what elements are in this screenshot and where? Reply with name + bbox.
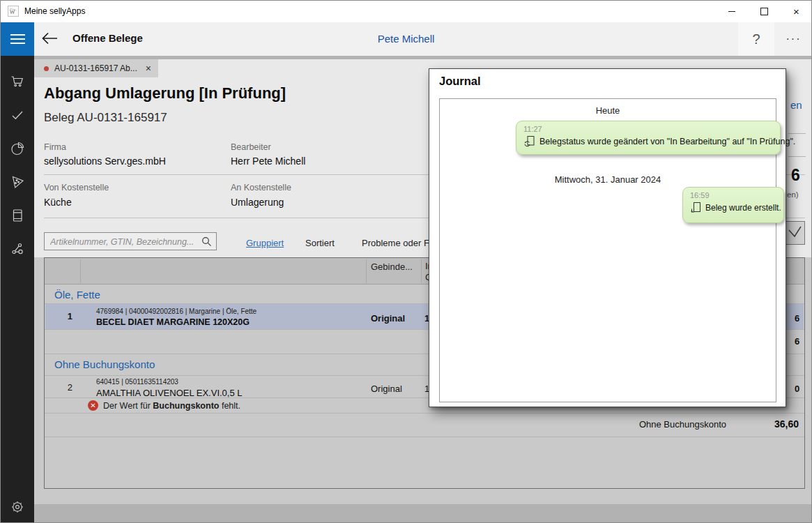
partial-total-fragment: 6 xyxy=(791,166,800,185)
document-tab[interactable]: AU-0131-165917 Ab... × xyxy=(34,59,158,77)
fragment-divider xyxy=(788,156,806,157)
group-header[interactable]: Ohne Buchungskonto xyxy=(54,358,155,370)
error-message: Der Wert für Buchungskonto fehlt. xyxy=(103,401,240,411)
row-gebinde: Original xyxy=(371,313,405,324)
bottom-strip-dark xyxy=(34,504,812,523)
fragment-divider xyxy=(788,133,806,134)
partial-sublabel-fragment: en) xyxy=(787,190,799,199)
sidebar-item-cart[interactable] xyxy=(9,73,26,89)
row-article-name: AMALTHIA OLIVENOEL EX.VI.0,5 L xyxy=(96,388,243,398)
title-bar: Meine sellyApps × xyxy=(1,1,812,22)
journal-entry-time: 11:27 xyxy=(523,125,773,133)
help-button[interactable]: ? xyxy=(738,22,774,56)
user-link[interactable]: Pete Michell xyxy=(1,33,811,45)
group-header[interactable]: Öle, Fette xyxy=(54,289,100,301)
pizza-slice-icon xyxy=(9,174,26,190)
partial-link-fragment[interactable]: en xyxy=(790,99,802,111)
row-article-name: BECEL DIAET MARGARINE 120X20G xyxy=(96,317,250,327)
sidebar-item-journal[interactable] xyxy=(9,207,26,224)
more-options-button[interactable]: ··· xyxy=(774,22,812,56)
sidebar-item-tasks[interactable] xyxy=(9,107,26,123)
tab-label: AU-0131-165917 Ab... xyxy=(54,63,137,73)
window-title: Meine sellyApps xyxy=(24,6,85,16)
book-icon xyxy=(9,207,26,224)
field-label-firma: Firma xyxy=(44,142,66,152)
row-value: 0 xyxy=(795,384,799,394)
journal-list: Heute 11:27 Belegstatus wurde geändert v… xyxy=(439,98,776,402)
field-value-an-kostenstelle: Umlagerung xyxy=(231,197,284,208)
article-search-box xyxy=(44,232,217,250)
sidebar-item-reports[interactable] xyxy=(9,140,26,157)
journal-entry[interactable]: 16:59 Beleg wurde erstellt. xyxy=(682,187,784,223)
sidebar-item-settings[interactable] xyxy=(9,499,26,515)
journal-entry[interactable]: 11:27 Belegstatus wurde geändert von "In… xyxy=(516,121,781,155)
nav-sidebar xyxy=(1,56,34,523)
footer-group-label: Ohne Buchungskonto xyxy=(639,419,726,430)
settings-gear-icon xyxy=(9,499,26,515)
journal-date-header: Heute xyxy=(440,105,776,116)
row-meta: 4769984 | 04000492002816 | Margarine | Ö… xyxy=(96,308,256,315)
document-title: Abgang Umlagerung [In Prüfung] xyxy=(44,84,286,103)
search-input[interactable] xyxy=(49,234,199,250)
field-value-von-kostenstelle: Küche xyxy=(44,197,72,208)
document-created-icon xyxy=(690,202,701,213)
sidebar-item-food[interactable] xyxy=(9,174,26,190)
journal-popup: Journal Heute 11:27 Belegstatus wurde ge… xyxy=(429,68,786,407)
footer-group-total: 36,60 xyxy=(774,418,799,430)
journal-title: Journal xyxy=(439,75,481,88)
journal-entry-text: Belegstatus wurde geändert von "In Bearb… xyxy=(539,137,795,146)
row-meta: 640415 | 05011635114203 xyxy=(96,378,178,386)
app-window: Meine sellyApps × Offene Belege Pete Mic… xyxy=(0,0,812,523)
error-icon: ✕ xyxy=(88,400,98,411)
tab-close-icon[interactable]: × xyxy=(146,63,151,74)
row-number: 2 xyxy=(45,382,72,393)
row-gebinde: Original xyxy=(371,384,402,394)
group-total: 6 xyxy=(795,336,799,347)
toggle-sorted[interactable]: Sortiert xyxy=(305,238,335,248)
field-value-bearbeiter: Herr Pete Michell xyxy=(231,156,305,167)
column-header-gebinde[interactable]: Gebinde... xyxy=(371,262,413,272)
app-logo-icon xyxy=(8,6,19,17)
maximize-button[interactable] xyxy=(748,1,780,22)
pie-chart-icon xyxy=(9,140,26,157)
journal-date-header: Mittwoch, 31. Januar 2024 xyxy=(440,174,776,185)
journal-entry-time: 16:59 xyxy=(690,191,776,199)
toggle-grouped[interactable]: Gruppiert xyxy=(246,238,284,248)
sidebar-item-share[interactable] xyxy=(9,241,26,257)
field-value-firma: sellysolutions Serv.ges.mbH xyxy=(44,156,166,167)
field-label-bearbeiter: Bearbeiter xyxy=(231,142,271,152)
share-nodes-icon xyxy=(9,241,26,257)
checkmark-icon xyxy=(9,107,26,123)
document-subtitle: Beleg AU-0131-165917 xyxy=(44,111,167,125)
search-icon[interactable] xyxy=(201,236,212,247)
minimize-button[interactable] xyxy=(716,1,748,22)
journal-entry-text: Beleg wurde erstellt. xyxy=(705,203,781,213)
toggle-problems[interactable]: Probleme oder Fel xyxy=(362,238,436,248)
row-value: 6 xyxy=(795,313,799,324)
unsaved-dot-icon xyxy=(44,66,49,71)
bottom-strip xyxy=(34,489,812,504)
field-label-von-kostenstelle: Von Kostenstelle xyxy=(44,183,109,192)
shopping-cart-icon xyxy=(9,73,26,89)
row-number: 1 xyxy=(45,311,72,321)
field-label-an-kostenstelle: An Kostenstelle xyxy=(231,183,291,192)
close-button[interactable]: × xyxy=(780,1,812,22)
status-change-icon xyxy=(523,135,535,147)
